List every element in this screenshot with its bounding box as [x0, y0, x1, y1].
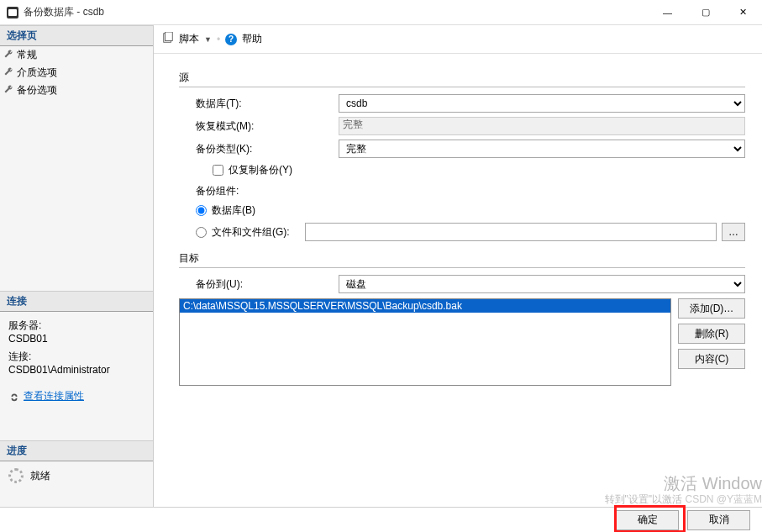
window-title: 备份数据库 - csdb: [24, 5, 649, 19]
nav-media-label: 介质选项: [17, 66, 57, 78]
filegroup-input[interactable]: [305, 223, 717, 241]
server-label: 服务器:: [8, 319, 145, 333]
script-icon: [162, 32, 174, 46]
script-button[interactable]: 脚本: [179, 32, 199, 46]
recovery-value: 完整: [339, 117, 745, 135]
ok-button[interactable]: 确定: [616, 510, 679, 530]
remove-button[interactable]: 删除(R): [678, 324, 745, 344]
filegroup-browse-button[interactable]: …: [722, 223, 745, 241]
nav-general-label: 常规: [17, 49, 37, 61]
radio-database-label: 数据库(B): [212, 203, 255, 218]
nav-media[interactable]: 介质选项: [0, 64, 153, 82]
copy-only-checkbox[interactable]: [213, 165, 223, 176]
toolbar: 脚本 ▼ • ? 帮助: [154, 25, 762, 54]
copy-only-label: 仅复制备份(Y): [229, 163, 292, 177]
divider: [179, 267, 745, 268]
progress-header: 进度: [0, 440, 153, 461]
title-bar: 备份数据库 - csdb — ▢ ✕: [0, 0, 762, 25]
wrench-icon: [3, 66, 13, 76]
close-button[interactable]: ✕: [724, 0, 762, 25]
spinner-icon: [8, 468, 24, 483]
server-value: CSDB01: [8, 333, 145, 345]
destination-list[interactable]: C:\data\MSSQL15.MSSQLSERVER\MSSQL\Backup…: [179, 298, 671, 386]
wrench-icon: [3, 49, 13, 59]
radio-database[interactable]: [196, 205, 207, 216]
select-page-header: 选择页: [0, 25, 153, 46]
conn-value: CSDB01\Administrator: [8, 364, 145, 376]
conn-label: 连接:: [8, 350, 145, 364]
bottom-bar: 确定 取消: [0, 507, 762, 532]
radio-filegroups[interactable]: [196, 227, 207, 238]
dropdown-icon[interactable]: ▼: [204, 35, 212, 44]
wrench-icon: [3, 84, 13, 94]
app-icon: [7, 7, 18, 18]
progress-row: 就绪: [0, 461, 153, 490]
contents-button[interactable]: 内容(C): [678, 349, 745, 369]
component-label: 备份组件:: [196, 184, 745, 198]
nav-backup-label: 备份选项: [17, 84, 57, 96]
right-panel: 脚本 ▼ • ? 帮助 源 数据库(T): csdb 恢复模式(M): 完整: [154, 25, 762, 507]
source-header: 源: [179, 71, 745, 85]
nav-general[interactable]: 常规: [0, 46, 153, 64]
connection-header: 连接: [0, 291, 153, 312]
help-button[interactable]: 帮助: [242, 32, 262, 46]
add-button[interactable]: 添加(D)…: [678, 298, 745, 319]
svg-rect-1: [166, 32, 173, 41]
destination-item[interactable]: C:\data\MSSQL15.MSSQLSERVER\MSSQL\Backup…: [180, 299, 670, 313]
radio-filegroups-label: 文件和文件组(G):: [212, 225, 290, 240]
link-icon: [8, 391, 20, 403]
database-select[interactable]: csdb: [339, 94, 745, 113]
recovery-label: 恢复模式(M):: [196, 119, 339, 134]
window-controls: — ▢ ✕: [649, 0, 762, 25]
help-icon: ?: [225, 34, 237, 45]
connection-block: 服务器: CSDB01 连接: CSDB01\Administrator: [0, 312, 153, 386]
backup-type-label: 备份类型(K):: [196, 142, 339, 156]
dest-header: 目标: [179, 251, 745, 266]
view-connection-link[interactable]: 查看连接属性: [24, 389, 84, 403]
backup-type-select[interactable]: 完整: [339, 140, 745, 158]
nav-backup-options[interactable]: 备份选项: [0, 82, 153, 99]
backup-to-select[interactable]: 磁盘: [339, 275, 745, 293]
cancel-button[interactable]: 取消: [687, 510, 750, 530]
minimize-button[interactable]: —: [649, 0, 686, 25]
progress-status: 就绪: [30, 469, 50, 483]
database-label: 数据库(T):: [196, 97, 339, 111]
divider: [179, 87, 745, 87]
left-panel: 选择页 常规 介质选项 备份选项 连接 服务器: CSDB01 连接: CSDB…: [0, 25, 154, 507]
maximize-button[interactable]: ▢: [686, 0, 724, 25]
backup-to-label: 备份到(U):: [196, 277, 339, 292]
